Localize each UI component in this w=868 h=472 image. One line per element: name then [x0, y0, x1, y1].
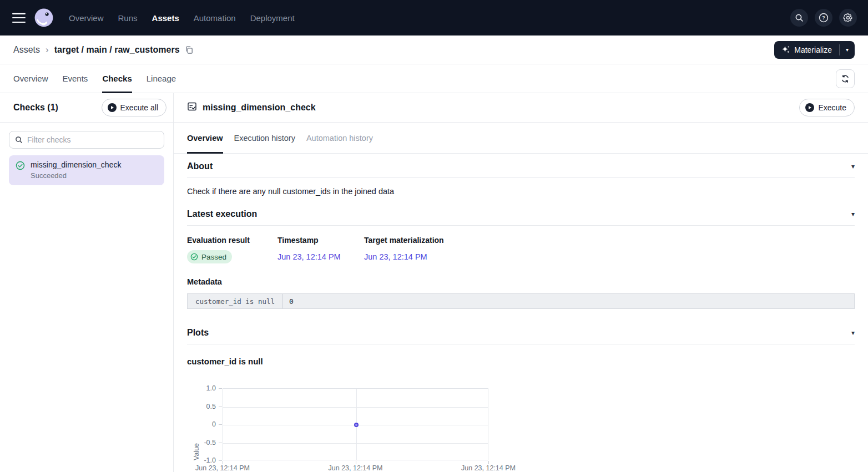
tab-events[interactable]: Events [63, 64, 88, 93]
tab-checks[interactable]: Checks [102, 64, 132, 93]
settings-gear-icon[interactable] [839, 9, 857, 27]
menu-icon[interactable] [12, 13, 26, 23]
chart-y-tick: 0.5 [191, 403, 216, 410]
latest-execution-collapse-caret-icon[interactable]: ▾ [851, 211, 855, 217]
plot-title: customer_id is null [187, 357, 855, 366]
timestamp-link[interactable]: Jun 23, 12:14 PM [277, 252, 341, 261]
col-timestamp: Timestamp [277, 236, 364, 245]
materialize-split-button: Materialize ▾ [774, 41, 855, 59]
dagster-logo-icon[interactable] [34, 8, 54, 28]
breadcrumb-separator: › [46, 44, 49, 55]
chart-y-tick: 0 [191, 420, 216, 428]
search-icon[interactable] [790, 9, 808, 27]
col-target-materialization: Target materialization [364, 236, 855, 245]
sparkle-icon [781, 45, 790, 54]
filter-checks-input[interactable] [27, 135, 158, 144]
svg-text:?: ? [822, 14, 825, 21]
chart-x-tick: Jun 23, 12:14 PM [329, 464, 383, 472]
check-detail-panel: missing_dimension_check Execute Overview… [174, 93, 868, 472]
execute-all-button[interactable]: Execute all [102, 99, 166, 116]
primary-nav: Overview Runs Assets Automation Deployme… [69, 13, 295, 23]
breadcrumb-bar: Assets › target / main / raw_customers M… [0, 35, 868, 64]
filter-checks-field [9, 131, 164, 149]
tab-overview[interactable]: Overview [13, 64, 48, 93]
chart-x-tick: Jun 23, 12:14 PM [195, 464, 250, 472]
check-list-item[interactable]: missing_dimension_check Succeeded [9, 155, 164, 185]
chart-plot-area [223, 388, 488, 460]
nav-assets[interactable]: Assets [152, 13, 179, 23]
plots-collapse-caret-icon[interactable]: ▾ [851, 329, 855, 336]
materialize-button[interactable]: Materialize [774, 41, 839, 59]
metadata-heading: Metadata [187, 277, 855, 286]
nav-automation[interactable]: Automation [194, 13, 236, 23]
asset-key-path[interactable]: target / main / raw_customers [54, 45, 180, 55]
search-icon [15, 136, 23, 144]
status-badge: Passed [187, 250, 232, 263]
breadcrumb-assets-link[interactable]: Assets [13, 45, 40, 55]
play-icon [108, 103, 117, 112]
check-detail-content: About ▾ Check if there are any null cust… [174, 154, 868, 472]
latest-execution-heading: Latest execution [187, 209, 257, 219]
metadata-table: customer_id is null 0 [187, 293, 855, 309]
chart-data-point [354, 423, 359, 427]
chart-y-tick: 1.0 [191, 384, 216, 392]
tab-execution-history[interactable]: Execution history [234, 123, 295, 153]
check-icon [187, 101, 197, 114]
check-description: Check if there are any null customer_ids… [187, 187, 855, 196]
metadata-key: customer_id is null [188, 294, 283, 308]
asset-tabs: Overview Events Checks Lineage [0, 64, 868, 93]
check-item-status: Succeeded [31, 171, 121, 180]
about-heading: About [187, 161, 213, 171]
tab-automation-history[interactable]: Automation history [306, 123, 373, 153]
check-detail-tabs: Overview Execution history Automation hi… [174, 123, 868, 154]
nav-runs[interactable]: Runs [118, 13, 138, 23]
checks-panel-title: Checks (1) [13, 103, 102, 113]
metric-chart: Value 1.00.50-0.5-1.0Jun 23, 12:14 PMJun… [187, 384, 855, 472]
chart-y-tick: -0.5 [191, 439, 216, 446]
plots-heading: Plots [187, 328, 209, 338]
metadata-value: 0 [283, 294, 854, 308]
tab-check-overview[interactable]: Overview [187, 123, 223, 153]
chart-y-tick: -1.0 [191, 456, 216, 464]
checks-sidebar: Checks (1) Execute all missing_dimensio [0, 93, 174, 472]
chart-x-tick: Jun 23, 12:14 PM [461, 464, 516, 472]
copy-icon[interactable] [185, 45, 194, 54]
top-nav: Overview Runs Assets Automation Deployme… [0, 0, 868, 35]
col-evaluation-result: Evaluation result [187, 236, 277, 245]
check-success-icon [16, 161, 25, 180]
target-materialization-link[interactable]: Jun 23, 12:14 PM [364, 252, 427, 261]
check-title: missing_dimension_check [203, 103, 794, 113]
tab-lineage[interactable]: Lineage [147, 64, 176, 93]
help-icon[interactable]: ? [815, 9, 832, 27]
play-icon [805, 103, 814, 112]
materialize-dropdown-caret-icon[interactable]: ▾ [840, 41, 855, 59]
refresh-icon[interactable] [836, 69, 855, 88]
about-collapse-caret-icon[interactable]: ▾ [851, 163, 855, 170]
execute-button[interactable]: Execute [799, 99, 855, 116]
check-item-name: missing_dimension_check [31, 160, 121, 169]
nav-overview[interactable]: Overview [69, 13, 104, 23]
passed-check-icon [190, 253, 198, 261]
nav-deployment[interactable]: Deployment [250, 13, 295, 23]
